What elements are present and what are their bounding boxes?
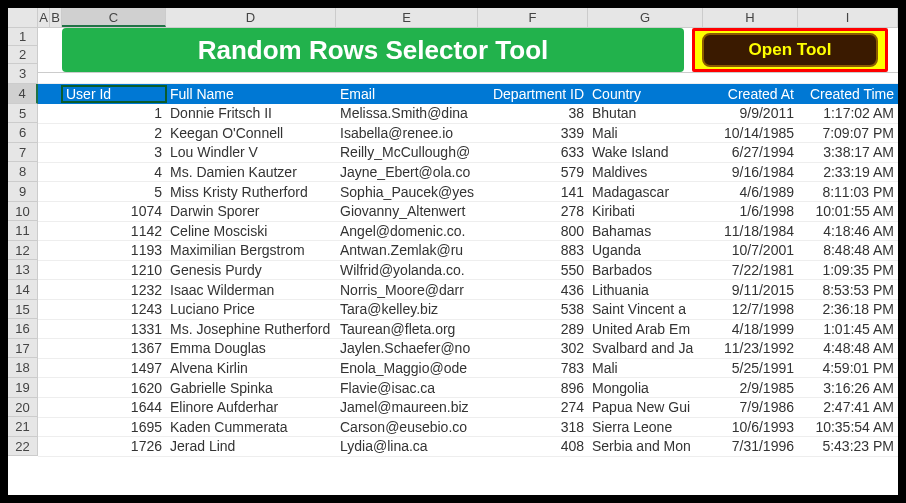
cell-user-id[interactable]: 1367 <box>62 340 166 356</box>
table-row[interactable]: 1644Elinore AufderharJamel@maureen.biz27… <box>38 398 898 418</box>
cell-email[interactable]: Sophia_Paucek@yes <box>336 184 478 200</box>
cell-country[interactable]: Mongolia <box>588 380 703 396</box>
row-header-1[interactable]: 1 <box>8 28 38 46</box>
cell-country[interactable]: Mali <box>588 125 703 141</box>
row-header-10[interactable]: 10 <box>8 202 38 222</box>
row-header-21[interactable]: 21 <box>8 417 38 437</box>
cell-full-name[interactable]: Keegan O'Connell <box>166 125 336 141</box>
header-user-id[interactable]: User Id <box>62 86 166 102</box>
cell-created-time[interactable]: 2:33:19 AM <box>798 164 898 180</box>
cell-dept[interactable]: 38 <box>478 105 588 121</box>
cell-user-id[interactable]: 1193 <box>62 242 166 258</box>
cell-user-id[interactable]: 1331 <box>62 321 166 337</box>
cell-country[interactable]: Svalbard and Ja <box>588 340 703 356</box>
cell-created-at[interactable]: 4/6/1989 <box>703 184 798 200</box>
cell-email[interactable]: Carson@eusebio.co <box>336 419 478 435</box>
row-header-12[interactable]: 12 <box>8 241 38 261</box>
cell-created-time[interactable]: 4:18:46 AM <box>798 223 898 239</box>
cell-user-id[interactable]: 5 <box>62 184 166 200</box>
cell-email[interactable]: Flavie@isac.ca <box>336 380 478 396</box>
cell-user-id[interactable]: 1232 <box>62 282 166 298</box>
table-row[interactable]: 1193Maximilian BergstromAntwan.Zemlak@ru… <box>38 241 898 261</box>
cell-created-at[interactable]: 7/22/1981 <box>703 262 798 278</box>
cell-created-time[interactable]: 2:36:18 PM <box>798 301 898 317</box>
table-row[interactable]: 1142Celine MosciskiAngel@domenic.co.800B… <box>38 222 898 242</box>
header-created-time[interactable]: Created Time <box>798 86 898 102</box>
col-header-B[interactable]: B <box>50 8 62 27</box>
cell-full-name[interactable]: Ms. Josephine Rutherford <box>166 321 336 337</box>
row-header-5[interactable]: 5 <box>8 104 38 124</box>
cell-created-time[interactable]: 3:38:17 AM <box>798 144 898 160</box>
cell-email[interactable]: Tara@kelley.biz <box>336 301 478 317</box>
cell-country[interactable]: Bahamas <box>588 223 703 239</box>
cell-country[interactable]: Maldives <box>588 164 703 180</box>
row-header-17[interactable]: 17 <box>8 339 38 359</box>
cell-email[interactable]: Jayne_Ebert@ola.co <box>336 164 478 180</box>
cell-dept[interactable]: 141 <box>478 184 588 200</box>
open-tool-button[interactable]: Open Tool <box>702 33 878 67</box>
cell-dept[interactable]: 339 <box>478 125 588 141</box>
cell-dept[interactable]: 274 <box>478 399 588 415</box>
table-row[interactable]: 1331Ms. Josephine RutherfordTaurean@flet… <box>38 320 898 340</box>
cell-created-at[interactable]: 9/9/2011 <box>703 105 798 121</box>
header-dept[interactable]: Department ID <box>478 86 588 102</box>
cell-created-time[interactable]: 10:01:55 AM <box>798 203 898 219</box>
cell-country[interactable]: Saint Vincent a <box>588 301 703 317</box>
cell-user-id[interactable]: 1142 <box>62 223 166 239</box>
col-header-F[interactable]: F <box>478 8 588 27</box>
cell-created-time[interactable]: 1:17:02 AM <box>798 105 898 121</box>
cell-full-name[interactable]: Emma Douglas <box>166 340 336 356</box>
cell-user-id[interactable]: 1074 <box>62 203 166 219</box>
row-header-9[interactable]: 9 <box>8 182 38 202</box>
cell-country[interactable]: Mali <box>588 360 703 376</box>
cell-dept[interactable]: 883 <box>478 242 588 258</box>
cell-created-time[interactable]: 7:09:07 PM <box>798 125 898 141</box>
cell-user-id[interactable]: 1 <box>62 105 166 121</box>
col-header-D[interactable]: D <box>166 8 336 27</box>
row-header-18[interactable]: 18 <box>8 358 38 378</box>
cell-email[interactable]: Lydia@lina.ca <box>336 438 478 454</box>
cell-full-name[interactable]: Luciano Price <box>166 301 336 317</box>
table-row[interactable]: 1Donnie Fritsch IIMelissa.Smith@dina38Bh… <box>38 104 898 124</box>
cell-created-at[interactable]: 9/11/2015 <box>703 282 798 298</box>
cell-user-id[interactable]: 1243 <box>62 301 166 317</box>
table-row[interactable]: 1497Alvena KirlinEnola_Maggio@ode783Mali… <box>38 359 898 379</box>
cell-email[interactable]: Isabella@renee.io <box>336 125 478 141</box>
header-full-name[interactable]: Full Name <box>166 86 336 102</box>
cell-email[interactable]: Jamel@maureen.biz <box>336 399 478 415</box>
cell-dept[interactable]: 318 <box>478 419 588 435</box>
table-row[interactable]: 4Ms. Damien KautzerJayne_Ebert@ola.co579… <box>38 163 898 183</box>
cell-full-name[interactable]: Darwin Sporer <box>166 203 336 219</box>
cell-full-name[interactable]: Maximilian Bergstrom <box>166 242 336 258</box>
header-email[interactable]: Email <box>336 86 478 102</box>
cell-country[interactable]: United Arab Em <box>588 321 703 337</box>
row-header-11[interactable]: 11 <box>8 221 38 241</box>
cell-full-name[interactable]: Kaden Cummerata <box>166 419 336 435</box>
cell-user-id[interactable]: 1497 <box>62 360 166 376</box>
cell-created-at[interactable]: 2/9/1985 <box>703 380 798 396</box>
cell-user-id[interactable]: 1644 <box>62 399 166 415</box>
cell-created-at[interactable]: 10/14/1985 <box>703 125 798 141</box>
grid[interactable]: Random Rows Selector Tool Open Tool User… <box>38 28 898 495</box>
cell-created-at[interactable]: 10/7/2001 <box>703 242 798 258</box>
cell-full-name[interactable]: Ms. Damien Kautzer <box>166 164 336 180</box>
row-header-14[interactable]: 14 <box>8 280 38 300</box>
table-row[interactable]: 1695Kaden CummerataCarson@eusebio.co318S… <box>38 418 898 438</box>
cell-dept[interactable]: 579 <box>478 164 588 180</box>
row-header-16[interactable]: 16 <box>8 319 38 339</box>
cell-created-time[interactable]: 10:35:54 AM <box>798 419 898 435</box>
cell-country[interactable]: Serbia and Mon <box>588 438 703 454</box>
table-row[interactable]: 1367Emma DouglasJaylen.Schaefer@no302Sva… <box>38 339 898 359</box>
cell-email[interactable]: Giovanny_Altenwert <box>336 203 478 219</box>
cell-full-name[interactable]: Isaac Wilderman <box>166 282 336 298</box>
table-row[interactable]: 1243Luciano PriceTara@kelley.biz538Saint… <box>38 300 898 320</box>
cell-full-name[interactable]: Lou Windler V <box>166 144 336 160</box>
cell-user-id[interactable]: 3 <box>62 144 166 160</box>
row-header-15[interactable]: 15 <box>8 300 38 320</box>
cell-email[interactable]: Reilly_McCullough@ <box>336 144 478 160</box>
cell-full-name[interactable]: Alvena Kirlin <box>166 360 336 376</box>
cell-dept[interactable]: 800 <box>478 223 588 239</box>
cell-created-at[interactable]: 7/9/1986 <box>703 399 798 415</box>
cell-dept[interactable]: 783 <box>478 360 588 376</box>
row-header-2[interactable]: 2 <box>8 46 38 64</box>
